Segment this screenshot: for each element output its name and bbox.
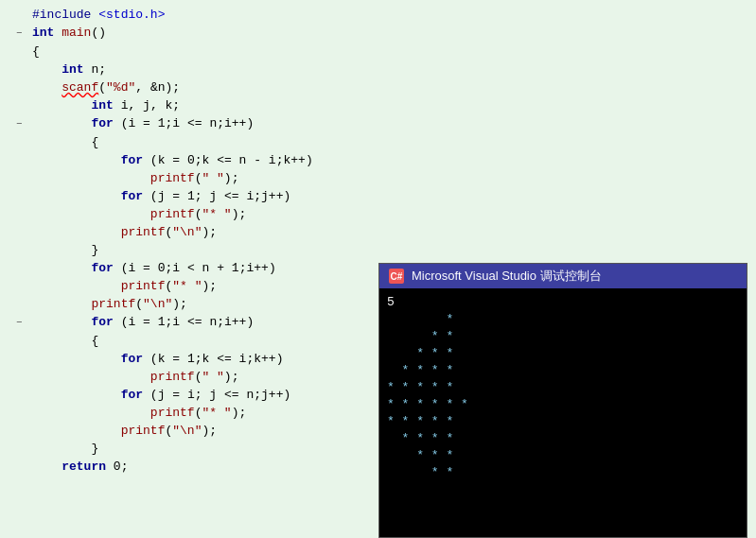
console-titlebar: C# Microsoft Visual Studio 调试控制台 bbox=[379, 264, 747, 288]
gutter-7[interactable]: – bbox=[0, 115, 28, 133]
gutter-2[interactable]: – bbox=[0, 25, 28, 43]
line-content-6: int i, j, k; bbox=[28, 96, 756, 114]
code-line-8: { bbox=[0, 133, 756, 151]
code-line-13: printf("\n"); bbox=[0, 223, 756, 241]
console-output-8: * * * * bbox=[387, 430, 739, 447]
vs-icon: C# bbox=[389, 269, 404, 284]
console-output-6: * * * * * * bbox=[387, 396, 739, 413]
debug-console[interactable]: C# Microsoft Visual Studio 调试控制台 5 * * *… bbox=[378, 263, 747, 538]
console-output-3: * * * bbox=[387, 345, 739, 362]
code-line-5: scanf("%d", &n); bbox=[0, 78, 756, 96]
line-content-13: printf("\n"); bbox=[28, 223, 756, 241]
code-line-6: int i, j, k; bbox=[0, 96, 756, 114]
line-content-2: int main() bbox=[28, 24, 756, 42]
console-output-9: * * * bbox=[387, 447, 739, 464]
console-output-4: * * * * bbox=[387, 362, 739, 379]
code-line-7: – for (i = 1;i <= n;i++) bbox=[0, 114, 756, 133]
code-line-12: printf("* "); bbox=[0, 205, 756, 223]
line-content-1: #include <stdio.h> bbox=[28, 6, 756, 24]
line-content-7: for (i = 1;i <= n;i++) bbox=[28, 114, 756, 132]
console-output-1: * bbox=[387, 311, 739, 328]
line-content-12: printf("* "); bbox=[28, 205, 756, 223]
code-line-1: #include <stdio.h> bbox=[0, 6, 756, 24]
console-output-10: * * bbox=[387, 464, 739, 481]
console-output-7: * * * * * bbox=[387, 413, 739, 430]
code-line-2: – int main() bbox=[0, 24, 756, 43]
console-output-input: 5 bbox=[387, 294, 739, 311]
line-content-9: for (k = 0;k <= n - i;k++) bbox=[28, 151, 756, 169]
code-line-11: for (j = 1; j <= i;j++) bbox=[0, 187, 756, 205]
code-line-4: int n; bbox=[0, 61, 756, 78]
console-body: 5 * * * * * * * * * * * * * * * * * * * … bbox=[379, 288, 747, 537]
line-content-3: { bbox=[28, 43, 756, 61]
line-content-10: printf(" "); bbox=[28, 169, 756, 187]
line-content-14: } bbox=[28, 241, 756, 259]
gutter-18[interactable]: – bbox=[0, 314, 28, 332]
code-line-3: { bbox=[0, 43, 756, 61]
console-output-5: * * * * * bbox=[387, 379, 739, 396]
code-line-14: } bbox=[0, 241, 756, 259]
line-content-8: { bbox=[28, 133, 756, 151]
line-content-4: int n; bbox=[28, 61, 756, 78]
console-title: Microsoft Visual Studio 调试控制台 bbox=[412, 268, 602, 285]
code-line-10: printf(" "); bbox=[0, 169, 756, 187]
line-content-5: scanf("%d", &n); bbox=[28, 78, 756, 96]
line-content-11: for (j = 1; j <= i;j++) bbox=[28, 187, 756, 205]
code-line-9: for (k = 0;k <= n - i;k++) bbox=[0, 151, 756, 169]
console-output-2: * * bbox=[387, 328, 739, 345]
